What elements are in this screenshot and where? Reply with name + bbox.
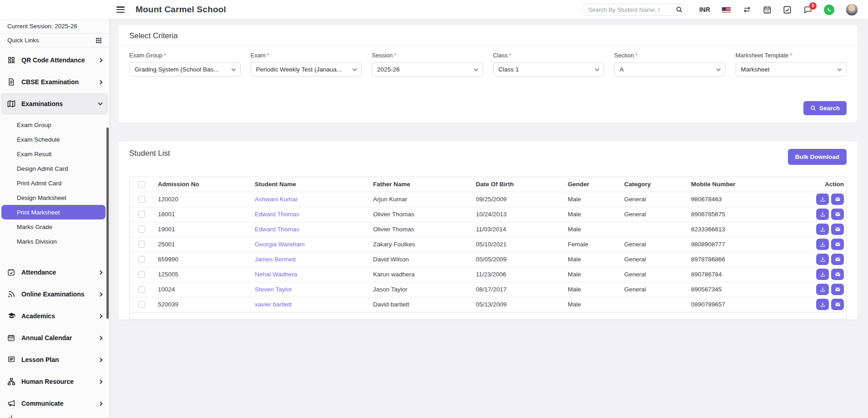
swap-icon[interactable] [742,5,752,14]
father-name: Karun wadhera [368,267,471,282]
student-name-link[interactable]: James Bennett [255,256,296,263]
student-name-link[interactable]: Steven Taylor [255,286,292,293]
class-field: Class* Class 1 [493,52,605,76]
sidebar-item-online-examinations[interactable]: Online Examinations [0,283,109,305]
sidebar-item-design-admit-card[interactable]: Design Admit Card [0,161,109,176]
email-marksheet-button[interactable] [831,194,844,205]
sidebar-item-exam-result[interactable]: Exam Result [0,147,109,161]
download-marksheet-button[interactable] [816,194,829,205]
email-marksheet-button[interactable] [831,269,844,280]
sidebar-item-lesson-plan[interactable]: Lesson Plan [0,349,109,371]
currency-selector[interactable]: INR [699,6,710,13]
exam-group-select[interactable]: Grading System (School Bas... [129,62,241,76]
session-field: Session* 2025-26 [372,52,483,76]
chevron-down-icon [231,66,236,71]
task-check-icon[interactable] [783,5,792,14]
marksheet-template-select[interactable]: Marksheet [736,62,847,76]
chevron-right-icon [98,357,103,362]
search-icon[interactable] [676,6,683,13]
row-checkbox[interactable] [138,271,145,278]
quick-links[interactable]: Quick Links [0,34,109,47]
download-marksheet-button[interactable] [816,254,829,265]
chevron-right-icon [98,314,103,318]
col-category: Category [620,177,686,192]
examinations-submenu: Exam Group Exam Schedule Exam Result Des… [0,115,109,256]
student-name-link[interactable]: Georgia Wareham [255,241,305,248]
chevron-right-icon [98,401,103,406]
us-flag-icon[interactable] [722,7,731,13]
section-select[interactable]: A [614,62,726,76]
session-select[interactable]: 2025-26 [372,62,483,76]
download-marksheet-button[interactable] [816,239,829,250]
sidebar-item-print-admit-card[interactable]: Print Admit Card [0,176,109,190]
whatsapp-icon[interactable] [824,5,834,15]
class-select[interactable]: Class 1 [493,62,605,76]
download-marksheet-button[interactable] [816,299,829,310]
global-search[interactable] [581,4,688,16]
required-marker: * [394,52,396,59]
download-marksheet-button[interactable] [816,284,829,295]
sidebar-item-design-marksheet[interactable]: Design Marksheet [0,190,109,205]
sidebar-item-exam-group[interactable]: Exam Group [0,117,109,132]
email-marksheet-button[interactable] [831,209,844,220]
student-name-link[interactable]: Edward Thomas [255,211,299,218]
student-name-link[interactable]: Edward Thomas [255,226,299,233]
email-marksheet-button[interactable] [831,284,844,295]
search-input[interactable] [588,6,676,13]
email-marksheet-button[interactable] [831,299,844,310]
row-checkbox[interactable] [138,256,145,263]
admission-no: 120020 [153,192,250,207]
download-marksheet-button[interactable] [816,269,829,280]
mobile-number: 8233366613 [686,222,800,237]
sidebar-item-examinations[interactable]: Examinations [1,93,108,115]
mobile-number: 8906785675 [686,207,800,222]
sidebar-item-exam-schedule[interactable]: Exam Schedule [0,132,109,147]
exam-select[interactable]: Periodic Weekly Test (Janaua... [251,62,362,76]
required-marker: * [635,52,637,59]
user-avatar[interactable] [846,4,858,16]
email-marksheet-button[interactable] [831,224,844,235]
mobile-number: 8978786866 [686,252,800,267]
chat-icon[interactable]: 0 [803,5,812,14]
select-all-checkbox[interactable] [138,181,145,188]
search-button-label: Search [819,105,840,112]
row-checkbox[interactable] [138,286,145,293]
sidebar-item-marks-division[interactable]: Marks Division [0,234,109,249]
sidebar-scrollbar[interactable] [106,127,109,319]
table-row: 520039 xavier bartlett David bartlett 05… [130,297,848,312]
student-name-link[interactable]: xavier bartlett [255,301,292,308]
sidebar-item-attendance[interactable]: Attendance [0,261,109,283]
father-name: Zakary Foulkes [368,237,471,252]
sidebar-item-communicate[interactable]: Communicate [0,393,109,414]
student-name-link[interactable]: Ashwani Kumar [255,196,298,203]
sidebar-item-marks-grade[interactable]: Marks Grade [0,219,109,234]
sidebar-item-label: CBSE Examination [21,78,79,86]
father-name: Arjun Kumar [368,192,471,207]
table-row: 125005 Nehal Wadhera Karun wadhera 11/23… [130,267,848,282]
row-checkbox[interactable] [138,211,145,218]
download-marksheet-button[interactable] [816,209,829,220]
email-marksheet-button[interactable] [831,254,844,265]
bulk-download-button[interactable]: Bulk Download [788,149,847,165]
download-marksheet-button[interactable] [816,224,829,235]
search-button[interactable]: Search [803,101,847,115]
father-name: Olivier Thomas [368,222,471,237]
row-checkbox[interactable] [138,241,145,248]
sidebar-item-print-marksheet-active[interactable]: Print Marksheet [1,205,106,219]
row-checkbox[interactable] [138,196,145,203]
admission-no: 125005 [153,267,250,282]
sidebar-item-academics[interactable]: Academics [0,305,109,327]
sidebar-item-qr-code-attendance[interactable]: QR Code Attendance [0,49,109,71]
sidebar-item-human-resource[interactable]: Human Resource [0,371,109,393]
sidebar-item-cbse-examination[interactable]: CBSE Examination [0,71,109,93]
sidebar-item-annual-calendar[interactable]: Annual Calendar [0,327,109,349]
student-name-link[interactable]: Nehal Wadhera [255,271,297,278]
calendar-icon[interactable] [763,5,772,14]
sidebar-item-partial[interactable] [0,414,109,418]
graduation-cap-icon [7,312,15,320]
row-checkbox[interactable] [138,301,145,308]
row-checkbox[interactable] [138,226,145,233]
menu-icon[interactable] [116,6,125,13]
email-marksheet-button[interactable] [831,239,844,250]
grid-icon[interactable] [96,37,102,44]
